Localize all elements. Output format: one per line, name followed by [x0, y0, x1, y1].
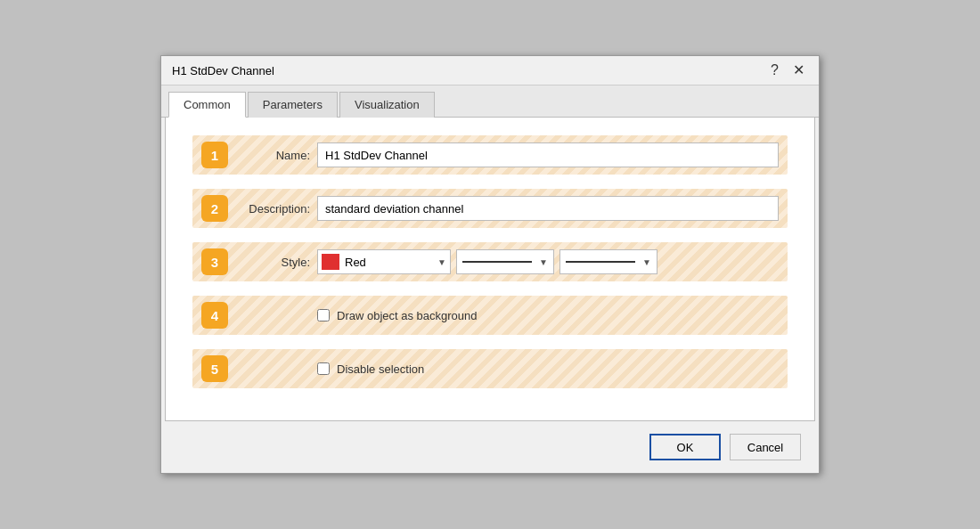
label-description: Description:	[237, 202, 317, 216]
title-bar: H1 StdDev Channel ? ✕	[161, 56, 819, 85]
color-dropdown[interactable]: Red ▼	[317, 249, 451, 274]
row-number-4: 4	[201, 302, 228, 329]
tab-visualization[interactable]: Visualization	[339, 92, 435, 118]
row-disable-selection: 5 Disable selection	[192, 349, 788, 388]
checkbox-draw-background: Draw object as background	[317, 309, 478, 322]
row-description: 2 Description:	[192, 189, 788, 228]
close-button[interactable]: ✕	[789, 63, 808, 77]
content-area: 1 Name: 2 Description: 3 Style: Red ▼	[165, 118, 815, 421]
line-style-dropdown-2[interactable]: ▼	[559, 249, 657, 274]
row-draw-background: 4 Draw object as background	[192, 296, 788, 335]
cancel-button[interactable]: Cancel	[730, 434, 801, 460]
label-style: Style:	[237, 256, 317, 269]
line-dropdown-arrow-1: ▼	[539, 257, 548, 267]
footer: OK Cancel	[161, 421, 819, 473]
checkbox-draw-background-input[interactable]	[317, 309, 330, 321]
input-description[interactable]	[317, 196, 779, 221]
line-preview-2	[566, 261, 635, 263]
checkbox-disable-selection-label: Disable selection	[337, 362, 424, 376]
row-number-2: 2	[201, 195, 228, 222]
line-style-dropdown-1[interactable]: ▼	[456, 249, 554, 274]
row-number-3: 3	[201, 248, 228, 275]
ok-button[interactable]: OK	[649, 434, 721, 460]
input-name[interactable]	[317, 142, 779, 167]
color-swatch	[322, 254, 339, 270]
tab-common[interactable]: Common	[168, 92, 246, 118]
line-preview-1	[462, 261, 532, 263]
label-name: Name:	[237, 149, 317, 162]
dialog-title: H1 StdDev Channel	[172, 64, 274, 77]
help-button[interactable]: ?	[767, 63, 782, 77]
row-number-1: 1	[201, 142, 228, 168]
checkbox-draw-background-label: Draw object as background	[337, 309, 478, 322]
row-number-5: 5	[201, 355, 228, 382]
checkbox-disable-selection-input[interactable]	[317, 362, 330, 375]
row-name: 1 Name:	[192, 135, 788, 175]
row-style: 3 Style: Red ▼ ▼ ▼	[192, 242, 788, 281]
color-label: Red	[345, 256, 434, 269]
dialog: H1 StdDev Channel ? ✕ Common Parameters …	[160, 55, 820, 474]
checkbox-disable-selection: Disable selection	[317, 362, 424, 376]
line-dropdown-arrow-2: ▼	[642, 257, 651, 267]
title-controls: ? ✕	[767, 63, 808, 77]
tab-bar: Common Parameters Visualization	[161, 85, 819, 118]
tab-parameters[interactable]: Parameters	[248, 92, 338, 118]
color-dropdown-arrow: ▼	[437, 257, 446, 267]
style-controls: Red ▼ ▼ ▼	[317, 249, 779, 274]
